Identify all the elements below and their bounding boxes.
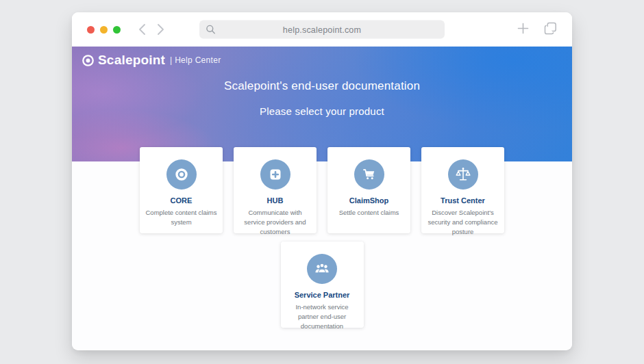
browser-window: help.scalepoint.com	[72, 12, 572, 350]
card-core[interactable]: CORE Complete content claims system	[140, 147, 223, 233]
toolbar-right-controls	[517, 12, 557, 47]
people-icon	[313, 260, 331, 278]
card-hub[interactable]: HUB Communicate with service providers a…	[234, 147, 317, 233]
card-title: CORE	[140, 196, 223, 205]
plus-icon	[517, 23, 529, 34]
logo-brand-text: Scalepoint	[98, 53, 165, 68]
scalepoint-target-icon	[82, 54, 95, 67]
target-icon	[173, 166, 190, 183]
card-trust-center[interactable]: Trust Center Discover Scalepoint's secur…	[421, 147, 504, 233]
hero-banner: Scalepoint | Help Center Scalepoint's en…	[72, 47, 572, 161]
card-claimshop[interactable]: ClaimShop Settle content claims	[327, 147, 410, 233]
scales-icon	[454, 166, 472, 183]
plus-square-icon	[267, 166, 284, 183]
zoom-window-button[interactable]	[113, 26, 121, 34]
card-title: HUB	[234, 196, 317, 205]
product-cards-row: CORE Complete content claims system HUB …	[72, 147, 572, 233]
core-icon-circle	[166, 159, 197, 190]
claimshop-icon-circle	[354, 159, 384, 190]
forward-button[interactable]	[157, 23, 164, 36]
search-icon	[206, 25, 216, 35]
logo-section-text: | Help Center	[170, 55, 221, 65]
secondary-card-row: Service Partner In-network service partn…	[72, 242, 572, 349]
navigation-controls	[138, 23, 164, 36]
card-description: Complete content claims system	[140, 208, 223, 227]
page-title: Scalepoint's end-user documentation	[72, 79, 572, 93]
browser-toolbar: help.scalepoint.com	[72, 12, 572, 47]
service-partner-icon-circle	[307, 254, 337, 284]
card-description: In-network service partner end-user docu…	[281, 302, 364, 330]
back-button[interactable]	[138, 23, 146, 36]
minimize-window-button[interactable]	[100, 26, 108, 34]
page-subtitle: Please select your product	[72, 105, 572, 117]
page-body: CORE Complete content claims system HUB …	[72, 147, 572, 349]
show-tabs-button[interactable]	[544, 22, 557, 38]
hub-icon-circle	[260, 159, 290, 190]
card-description: Discover Scalepoint's security and compl…	[421, 208, 504, 236]
url-text: help.scalepoint.com	[283, 25, 361, 34]
card-title: Trust Center	[421, 196, 504, 205]
chevron-right-icon	[157, 23, 164, 36]
traffic-lights	[87, 26, 121, 34]
scalepoint-logo[interactable]: Scalepoint | Help Center	[82, 53, 221, 68]
card-title: Service Partner	[281, 291, 364, 299]
address-bar[interactable]: help.scalepoint.com	[199, 21, 445, 39]
card-description: Communicate with service providers and c…	[234, 208, 317, 236]
trust-center-icon-circle	[448, 159, 478, 190]
new-tab-button[interactable]	[517, 23, 529, 37]
chevron-left-icon	[138, 23, 146, 36]
tabs-overview-icon	[544, 22, 557, 35]
card-title: ClaimShop	[327, 196, 410, 205]
cart-icon	[361, 166, 377, 183]
desktop-background: help.scalepoint.com	[0, 0, 644, 364]
close-window-button[interactable]	[87, 26, 95, 34]
card-description: Settle content claims	[327, 208, 410, 218]
card-service-partner[interactable]: Service Partner In-network service partn…	[281, 242, 364, 328]
